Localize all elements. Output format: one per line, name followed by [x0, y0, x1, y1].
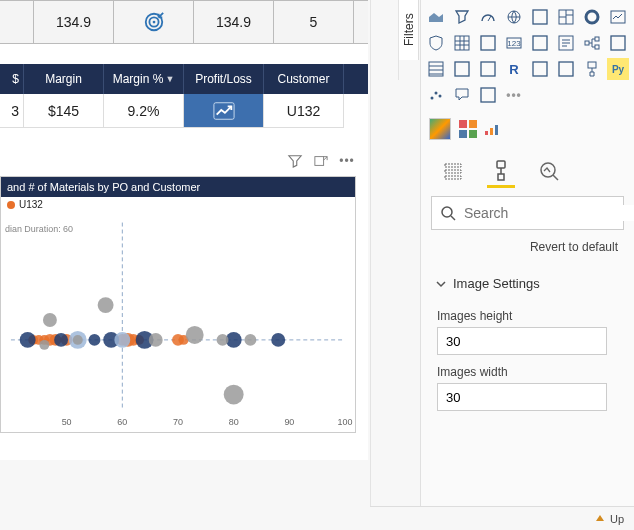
svg-rect-64 [588, 62, 596, 68]
partial-table-row: 134.9 134.9 5 [0, 0, 368, 44]
cell-value: 5 [274, 1, 354, 43]
svg-point-67 [439, 95, 442, 98]
more-icon[interactable]: ••• [338, 152, 356, 170]
viz-qna[interactable] [451, 84, 473, 106]
svg-point-35 [224, 385, 244, 405]
table-row[interactable]: 3 $145 9.2% U132 [0, 94, 368, 128]
svg-point-21 [54, 333, 68, 347]
viz-filled-map[interactable] [529, 6, 551, 28]
viz-treemap[interactable] [555, 6, 577, 28]
svg-point-29 [43, 313, 57, 327]
legend-dot [7, 201, 15, 209]
cell-trend-icon [184, 94, 264, 128]
format-tab[interactable] [489, 156, 513, 186]
viz-matrix[interactable] [607, 32, 629, 54]
sort-desc-icon: ▼ [165, 74, 174, 84]
svg-text:90: 90 [284, 417, 294, 427]
svg-rect-63 [559, 62, 573, 76]
images-width-label: Images width [437, 365, 618, 379]
svg-rect-72 [497, 161, 505, 168]
svg-rect-50 [481, 36, 495, 50]
cell: $145 [24, 94, 104, 128]
visualizations-pane: 123RPy••• Revert to default Image Settin… [420, 0, 634, 530]
chart-svg: dian Duration: 605060708090100 [1, 212, 355, 432]
search-input-wrap[interactable] [431, 196, 624, 230]
images-height-input[interactable] [437, 327, 607, 355]
revert-to-default[interactable]: Revert to default [421, 236, 634, 268]
svg-text:60: 60 [117, 417, 127, 427]
svg-rect-49 [455, 36, 469, 50]
svg-rect-60 [455, 62, 469, 76]
viz-python[interactable]: Py [607, 58, 629, 80]
header-col-customer[interactable]: Customer [264, 64, 344, 94]
filter-icon[interactable] [286, 152, 304, 170]
header-col-marginpct[interactable]: Margin %▼ [104, 64, 184, 94]
svg-rect-57 [595, 45, 599, 49]
chevron-down-icon [435, 278, 447, 290]
filters-pane-collapsed[interactable]: Filters [399, 0, 419, 60]
viz-card2[interactable] [477, 58, 499, 80]
viz-kpi2[interactable] [451, 58, 473, 80]
footer-bar: Up [370, 506, 634, 530]
svg-rect-61 [481, 62, 495, 76]
search-icon [440, 205, 456, 221]
svg-point-37 [73, 335, 83, 345]
images-width-input[interactable] [437, 383, 607, 411]
viz-funnel[interactable] [451, 6, 473, 28]
viz-table[interactable] [425, 58, 447, 80]
header-col-margin[interactable]: Margin [24, 64, 104, 94]
cell: 9.2% [104, 94, 184, 128]
viz-kpi[interactable] [607, 6, 629, 28]
search-input[interactable] [464, 205, 634, 221]
viz-stacked-area[interactable] [425, 6, 447, 28]
viz-r[interactable]: R [503, 58, 525, 80]
section-body: Images height Images width [421, 309, 634, 411]
viz-gauge[interactable] [477, 6, 499, 28]
svg-text:80: 80 [229, 417, 239, 427]
custom-visual-1[interactable] [429, 118, 451, 140]
cell-cutoff [0, 1, 34, 43]
svg-text:100: 100 [338, 417, 353, 427]
cell: U132 [264, 94, 344, 128]
visual-header-icons: ••• [286, 152, 356, 170]
section-image-settings[interactable]: Image Settings [421, 268, 634, 299]
header-col-profitloss[interactable]: Profit/Loss [184, 64, 264, 94]
svg-point-31 [149, 333, 163, 347]
custom-visual-2[interactable] [459, 120, 477, 138]
label: Margin % [113, 72, 164, 86]
focus-mode-icon[interactable] [312, 152, 330, 170]
cell: 3 [0, 94, 24, 128]
viz-decomp[interactable] [581, 32, 603, 54]
viz-shape-map[interactable] [477, 32, 499, 54]
svg-point-22 [89, 334, 101, 346]
svg-point-32 [186, 326, 204, 344]
svg-rect-55 [585, 41, 589, 45]
viz-donut[interactable] [581, 6, 603, 28]
viz-shield[interactable] [425, 32, 447, 54]
svg-point-74 [442, 207, 452, 217]
fields-tab[interactable] [441, 156, 465, 186]
viz-slicer[interactable] [555, 32, 577, 54]
viz-key-influencers[interactable] [555, 58, 577, 80]
svg-rect-48 [611, 11, 625, 23]
section-title: Image Settings [453, 276, 540, 291]
viz-keydrivers[interactable] [477, 84, 499, 106]
svg-rect-69 [445, 164, 461, 167]
viz-more[interactable]: ••• [503, 84, 525, 106]
custom-visual-3[interactable] [485, 123, 498, 135]
analytics-tab[interactable] [537, 156, 561, 186]
footer-up-label[interactable]: Up [610, 513, 624, 525]
viz-grid[interactable] [451, 32, 473, 54]
up-arrow-icon [594, 513, 606, 525]
viz-map[interactable] [503, 6, 525, 28]
viz-paint[interactable] [581, 58, 603, 80]
svg-rect-58 [611, 36, 625, 50]
cell-target-icon [114, 1, 194, 43]
viz-multirow[interactable] [529, 32, 551, 54]
viz-line-clustered[interactable] [529, 58, 551, 80]
svg-rect-56 [595, 37, 599, 41]
header-col-cut[interactable]: $ [0, 64, 24, 94]
viz-card[interactable]: 123 [503, 32, 525, 54]
viz-scatter[interactable] [425, 84, 447, 106]
scatter-chart-visual[interactable]: and # of Materials by PO and Customer U1… [0, 176, 356, 433]
